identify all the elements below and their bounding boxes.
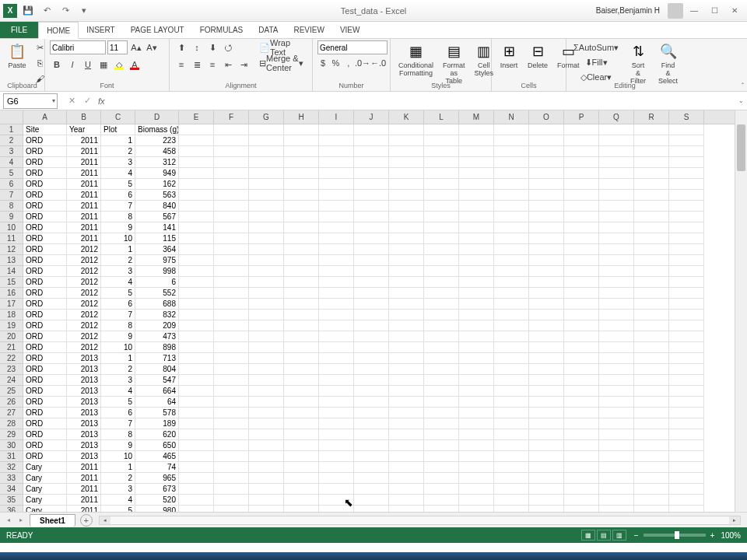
row-header-10[interactable]: 10 <box>0 222 23 233</box>
cell[interactable] <box>214 288 249 299</box>
column-header-S[interactable]: S <box>669 110 704 124</box>
cell[interactable] <box>669 353 704 364</box>
cell[interactable] <box>179 462 214 473</box>
cell[interactable] <box>634 146 669 157</box>
cell[interactable]: ORD <box>23 331 67 342</box>
cell[interactable] <box>494 397 529 408</box>
cell[interactable]: ORD <box>23 408 67 418</box>
cell[interactable]: ORD <box>23 190 67 201</box>
cell[interactable]: Cary <box>23 484 67 495</box>
column-header-O[interactable]: O <box>529 110 564 124</box>
cell[interactable] <box>529 222 564 233</box>
cell[interactable] <box>634 320 669 331</box>
cell[interactable] <box>529 320 564 331</box>
cell[interactable] <box>459 244 494 255</box>
cell[interactable] <box>354 473 389 484</box>
cell[interactable] <box>564 451 599 462</box>
cell[interactable]: 189 <box>135 418 179 429</box>
cell[interactable]: 2013 <box>67 397 101 408</box>
cell[interactable] <box>599 201 634 212</box>
cell[interactable] <box>564 233 599 244</box>
cell[interactable] <box>564 473 599 484</box>
sheet-tab[interactable]: Sheet1 <box>30 514 75 527</box>
cell[interactable]: 3 <box>101 266 135 277</box>
cell[interactable] <box>389 135 424 146</box>
cell[interactable] <box>529 233 564 244</box>
cell[interactable]: 664 <box>135 386 179 397</box>
cell[interactable] <box>319 386 354 397</box>
cell[interactable] <box>529 418 564 429</box>
cell[interactable] <box>249 397 284 408</box>
cell[interactable] <box>354 451 389 462</box>
cell[interactable] <box>459 418 494 429</box>
cell[interactable]: 578 <box>135 408 179 418</box>
cell[interactable] <box>669 408 704 418</box>
cell[interactable] <box>529 386 564 397</box>
view-tab[interactable]: VIEW <box>332 21 368 38</box>
cell[interactable]: 998 <box>135 266 179 277</box>
user-photo[interactable] <box>668 3 683 19</box>
cell[interactable] <box>249 212 284 222</box>
cell[interactable] <box>459 473 494 484</box>
column-header-F[interactable]: F <box>214 110 249 124</box>
hscroll-left[interactable]: ◂ <box>100 516 110 524</box>
cell[interactable] <box>459 266 494 277</box>
cell[interactable] <box>319 266 354 277</box>
cell[interactable] <box>284 440 319 451</box>
cell[interactable] <box>494 244 529 255</box>
cell[interactable]: ORD <box>23 212 67 222</box>
cell[interactable] <box>424 451 459 462</box>
cell[interactable]: Plot <box>101 124 135 135</box>
cell[interactable] <box>494 255 529 266</box>
cell[interactable]: ORD <box>23 244 67 255</box>
cell[interactable] <box>389 364 424 375</box>
cell[interactable] <box>459 342 494 353</box>
cell[interactable] <box>669 146 704 157</box>
cell[interactable] <box>249 506 284 512</box>
cell[interactable] <box>599 146 634 157</box>
cell[interactable] <box>634 244 669 255</box>
cell[interactable] <box>249 473 284 484</box>
cell[interactable]: 4 <box>101 168 135 179</box>
cell[interactable]: 898 <box>135 342 179 353</box>
cell[interactable] <box>389 146 424 157</box>
row-header-27[interactable]: 27 <box>0 408 23 418</box>
borders-button[interactable]: ▦ <box>96 58 110 72</box>
cell[interactable] <box>459 408 494 418</box>
cell[interactable]: ORD <box>23 310 67 320</box>
cell[interactable] <box>564 124 599 135</box>
cell[interactable] <box>424 506 459 512</box>
formulas-tab[interactable]: FORMULAS <box>192 21 251 38</box>
cell[interactable] <box>354 157 389 168</box>
cell[interactable] <box>424 266 459 277</box>
cell[interactable] <box>249 179 284 190</box>
sheet-nav-first[interactable]: ◂ <box>3 515 14 526</box>
cell[interactable] <box>354 277 389 288</box>
cell[interactable]: 3 <box>101 484 135 495</box>
cell[interactable] <box>669 473 704 484</box>
cell[interactable] <box>354 255 389 266</box>
cell[interactable] <box>459 375 494 386</box>
font-name-combo[interactable] <box>50 40 106 54</box>
cell[interactable] <box>494 473 529 484</box>
cell[interactable] <box>319 157 354 168</box>
cell[interactable] <box>669 386 704 397</box>
cell[interactable] <box>214 310 249 320</box>
cell[interactable]: ORD <box>23 397 67 408</box>
cell[interactable] <box>494 190 529 201</box>
cell[interactable] <box>634 353 669 364</box>
row-header-11[interactable]: 11 <box>0 233 23 244</box>
cell[interactable] <box>354 310 389 320</box>
cell[interactable] <box>564 429 599 440</box>
cell[interactable] <box>669 168 704 179</box>
cell[interactable] <box>424 408 459 418</box>
cell[interactable]: 620 <box>135 429 179 440</box>
cell[interactable] <box>564 320 599 331</box>
cell[interactable] <box>634 462 669 473</box>
cell[interactable] <box>564 288 599 299</box>
cell[interactable] <box>389 440 424 451</box>
cell[interactable] <box>459 353 494 364</box>
cell[interactable] <box>494 299 529 310</box>
cell[interactable] <box>284 484 319 495</box>
cell[interactable] <box>179 233 214 244</box>
